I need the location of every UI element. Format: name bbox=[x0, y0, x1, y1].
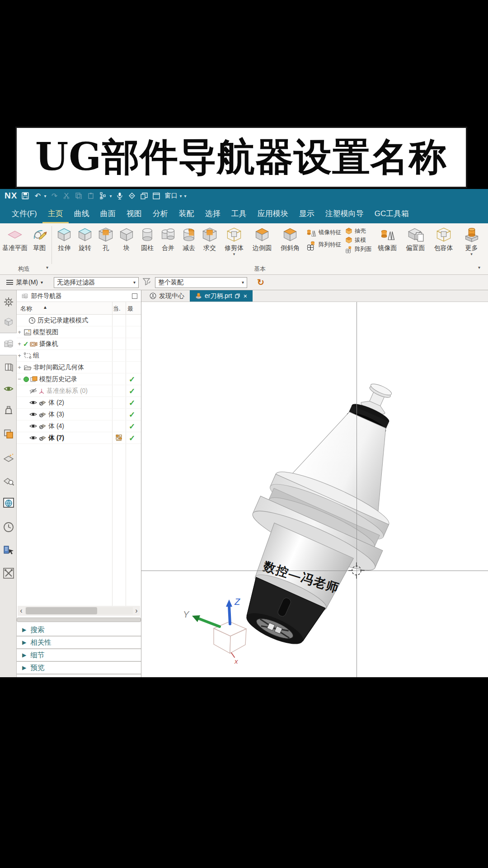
section-preview[interactable]: ▶ 预览 bbox=[17, 662, 141, 675]
ribbon-sketch-button[interactable]: 草图 bbox=[29, 225, 50, 252]
ribbon-more-button[interactable]: 更多 ▾ bbox=[458, 225, 486, 256]
menu-tab-analysis[interactable]: 分析 bbox=[147, 204, 174, 223]
restore-tab-icon[interactable] bbox=[235, 293, 240, 298]
visual-reports-eye-icon[interactable] bbox=[0, 379, 17, 399]
stamp-icon[interactable] bbox=[0, 401, 17, 420]
tools-icon[interactable] bbox=[0, 563, 17, 583]
tree-item-model-history[interactable]: − 模型历史记录 ✓ bbox=[17, 373, 141, 385]
find-component-icon[interactable] bbox=[0, 471, 17, 491]
window-caret-icon[interactable]: ▾ bbox=[179, 193, 182, 198]
ribbon-pattern-feature-button[interactable]: 阵列特征 bbox=[306, 239, 341, 250]
tab-discovery-center[interactable]: 发现中心 bbox=[144, 290, 190, 302]
ribbon-chamfer-button[interactable]: 倒斜角 bbox=[276, 225, 304, 252]
trim-body-caret-icon[interactable]: ▾ bbox=[233, 252, 235, 256]
tree-item-body-2[interactable]: 体 (2) ✓ bbox=[17, 397, 141, 409]
graphics-viewport[interactable]: 发现中心 er刀柄.prt × bbox=[141, 290, 488, 677]
tree-item-cameras[interactable]: + ✓ 摄像机 bbox=[17, 338, 141, 350]
tree-column-header[interactable]: 名称 ▲ 当. 最 bbox=[17, 302, 141, 315]
tree-item-model-views[interactable]: + 模型视图 bbox=[17, 326, 141, 338]
menu-tab-moldwizard[interactable]: 注塑模向导 bbox=[320, 204, 369, 223]
save-icon[interactable] bbox=[21, 191, 29, 201]
menu-tab-view[interactable]: 视图 bbox=[121, 204, 147, 223]
ribbon-cylinder-button[interactable]: 圆柱 bbox=[137, 225, 158, 252]
web-browser-icon[interactable] bbox=[0, 493, 17, 513]
reuse-library-icon[interactable] bbox=[0, 357, 17, 377]
undo-caret-icon[interactable]: ▾ bbox=[44, 193, 46, 198]
ribbon-draft-button[interactable]: 拔模 bbox=[345, 236, 372, 244]
layers-icon[interactable] bbox=[0, 424, 17, 444]
menu-tab-display[interactable]: 显示 bbox=[294, 204, 320, 223]
sort-ascending-icon[interactable]: ▲ bbox=[43, 305, 47, 310]
window-menu-label[interactable]: 窗口 bbox=[164, 192, 177, 200]
toolholder-model[interactable]: 数控—冯老师 Z Y x bbox=[141, 302, 488, 677]
expander[interactable]: + bbox=[17, 340, 22, 347]
scrollbar-thumb[interactable] bbox=[26, 607, 97, 614]
ribbon-trim-body-button[interactable]: 修剪体 ▾ bbox=[220, 225, 248, 256]
tree-item-non-timestamp-geometry[interactable]: + 非时间戳记几何体 bbox=[17, 362, 141, 373]
history-clock-icon[interactable] bbox=[0, 517, 17, 537]
part-navigator-icon[interactable] bbox=[0, 333, 17, 355]
tree-item-history-mode[interactable]: 历史记录建模模式 bbox=[17, 315, 141, 326]
eye-visible-icon[interactable] bbox=[29, 435, 37, 441]
group-construct-caret-icon[interactable]: ▾ bbox=[46, 265, 48, 270]
ribbon-revolve-button[interactable]: 旋转 bbox=[75, 225, 95, 252]
column-name[interactable]: 名称 bbox=[20, 305, 32, 313]
filter-reset-icon[interactable] bbox=[142, 278, 151, 287]
ribbon-subtract-button[interactable]: 减去 bbox=[178, 225, 199, 252]
scrollbar-track[interactable] bbox=[25, 607, 133, 614]
menu-tab-curve[interactable]: 曲线 bbox=[69, 204, 95, 223]
eye-visible-icon[interactable] bbox=[29, 423, 37, 429]
tree-caret-icon[interactable]: ▾ bbox=[109, 193, 112, 198]
menu-tab-select[interactable]: 选择 bbox=[200, 204, 226, 223]
tree-item-datum-csys[interactable]: 基准坐标系 (0) ✓ bbox=[17, 385, 141, 397]
tree-item-body-7[interactable]: 体 (7) ✓ bbox=[17, 432, 141, 444]
touch-mode-icon[interactable] bbox=[128, 191, 136, 201]
tab-er-toolholder-part[interactable]: er刀柄.prt × bbox=[190, 290, 253, 302]
quickaccess-caret-icon[interactable]: ▾ bbox=[184, 193, 187, 198]
column-current[interactable]: 当. bbox=[113, 305, 121, 313]
scroll-left-icon[interactable]: ‹ bbox=[18, 607, 25, 615]
panel-splitter-handle[interactable] bbox=[17, 618, 141, 622]
expander[interactable]: + bbox=[17, 352, 22, 359]
ribbon-datum-plane-button[interactable]: 基准平面 bbox=[1, 225, 29, 252]
ribbon-mirror-feature-button[interactable]: 镜像特征 bbox=[306, 227, 341, 238]
horizontal-scrollbar[interactable]: ‹ › bbox=[18, 606, 140, 616]
eye-visible-icon[interactable] bbox=[29, 411, 37, 417]
ribbon-hole-button[interactable]: 孔 bbox=[95, 225, 116, 252]
menu-button[interactable]: 菜单(M) ▾ bbox=[4, 277, 46, 288]
section-details[interactable]: ▶ 细节 bbox=[17, 649, 141, 662]
process-studio-icon[interactable] bbox=[0, 540, 17, 560]
selection-filter-dropdown[interactable]: 无选择过滤器 ▾ bbox=[54, 277, 139, 288]
menu-tab-application[interactable]: 应用模块 bbox=[252, 204, 294, 223]
ribbon-block-button[interactable]: 块 bbox=[116, 225, 137, 252]
menu-tab-file[interactable]: 文件(F) bbox=[6, 204, 42, 223]
expander[interactable]: − bbox=[17, 376, 22, 382]
more-caret-icon[interactable]: ▾ bbox=[470, 252, 473, 256]
ribbon-bounding-body-button[interactable]: 包容体 bbox=[430, 225, 458, 252]
menu-tab-tools[interactable]: 工具 bbox=[226, 204, 252, 223]
undo-icon[interactable]: ↶ bbox=[33, 191, 42, 201]
ribbon-intersect-button[interactable]: 求交 bbox=[199, 225, 220, 252]
menu-tab-assembly[interactable]: 装配 bbox=[174, 204, 200, 223]
hd3d-tools-icon[interactable] bbox=[0, 448, 17, 467]
assembly-navigator-icon[interactable] bbox=[0, 312, 17, 332]
ribbon-mirror-face-button[interactable]: 镜像面 bbox=[374, 225, 402, 252]
expander[interactable]: + bbox=[17, 364, 22, 371]
refresh-icon[interactable]: ↻ bbox=[257, 277, 264, 288]
menu-tab-surface[interactable]: 曲面 bbox=[95, 204, 121, 223]
section-search[interactable]: ▶ 搜索 bbox=[17, 624, 141, 637]
eye-hidden-icon[interactable] bbox=[29, 388, 37, 394]
settings-gear-icon[interactable] bbox=[0, 292, 17, 312]
panel-pin-checkbox[interactable] bbox=[132, 293, 137, 299]
ribbon-edge-blend-button[interactable]: 边倒圆 bbox=[248, 225, 276, 252]
column-latest[interactable]: 最 bbox=[127, 305, 133, 313]
window-icon[interactable] bbox=[152, 191, 160, 201]
menu-tab-gctoolbox[interactable]: GC工具箱 bbox=[369, 204, 415, 223]
expander[interactable]: + bbox=[17, 329, 22, 335]
cascade-windows-icon[interactable] bbox=[140, 191, 148, 201]
tree-item-body-3[interactable]: 体 (3) ✓ bbox=[17, 409, 141, 420]
scope-dropdown[interactable]: 整个装配 ▾ bbox=[155, 277, 247, 288]
ribbon-options-caret-icon[interactable]: ▾ bbox=[478, 265, 480, 270]
close-tab-icon[interactable]: × bbox=[244, 292, 247, 300]
ribbon-unite-button[interactable]: 合并 bbox=[158, 225, 178, 252]
